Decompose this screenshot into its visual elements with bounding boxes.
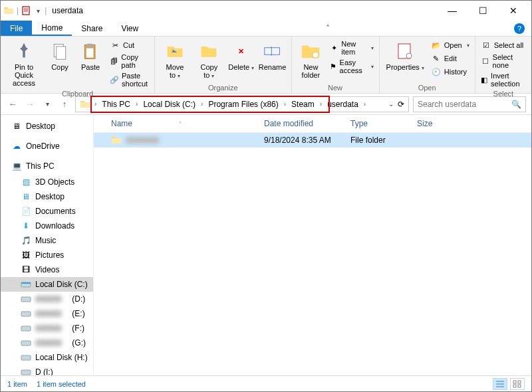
paste-shortcut-button[interactable]: 🔗Paste shortcut: [108, 71, 150, 88]
new-folder-button[interactable]: New folder: [296, 39, 327, 80]
svg-rect-20: [513, 381, 516, 383]
drive-icon: [21, 308, 31, 319]
sidebar-item-local-c[interactable]: Local Disk (C:): [1, 277, 93, 292]
svg-rect-22: [513, 385, 516, 387]
tab-file[interactable]: File: [1, 21, 32, 36]
select-all-button[interactable]: ☑Select all: [479, 39, 527, 51]
col-date[interactable]: Date modified: [259, 115, 345, 132]
maximize-button[interactable]: ☐: [467, 1, 498, 21]
svg-rect-2: [57, 47, 66, 59]
svg-rect-6: [264, 48, 279, 55]
svg-rect-13: [21, 297, 31, 302]
file-list[interactable]: Name˄ Date modified Type Size 9/18/2024 …: [94, 115, 531, 375]
chevron-right-icon[interactable]: ›: [200, 100, 204, 108]
chevron-right-icon[interactable]: ›: [134, 100, 139, 108]
select-none-button[interactable]: ☐Select none: [479, 52, 527, 70]
group-label-new: New: [296, 82, 375, 92]
tab-home[interactable]: Home: [32, 21, 72, 36]
col-name[interactable]: Name˄: [106, 115, 259, 132]
minimize-button[interactable]: —: [437, 1, 467, 21]
sidebar-item-drive-h[interactable]: Local Disk (H:): [1, 350, 93, 365]
cut-button[interactable]: ✂Cut: [108, 39, 150, 51]
col-type[interactable]: Type: [345, 115, 412, 132]
details-view-button[interactable]: [493, 378, 507, 390]
sidebar-item-desktop[interactable]: 🖥Desktop: [1, 119, 93, 134]
ribbon-collapse-icon[interactable]: ˄: [319, 21, 336, 36]
sidebar-item-3d-objects[interactable]: ▧3D Objects: [1, 175, 93, 189]
column-headers[interactable]: Name˄ Date modified Type Size: [94, 115, 531, 133]
group-label-open: Open: [384, 82, 471, 92]
chevron-right-icon[interactable]: ›: [362, 100, 367, 108]
sidebar-item-music[interactable]: 🎵Music: [1, 233, 93, 248]
help-button[interactable]: ?: [507, 21, 531, 36]
breadcrumb-seg[interactable]: Local Disk (C:): [140, 100, 198, 109]
cell-date: 9/18/2024 8:35 AM: [259, 136, 345, 145]
new-item-button[interactable]: ✦New item: [329, 39, 374, 56]
sidebar-item-desktop2[interactable]: 🖥Desktop: [1, 189, 93, 204]
sidebar-item-onedrive[interactable]: ☁OneDrive: [1, 139, 93, 153]
recent-locations-button[interactable]: ▾: [41, 96, 54, 112]
breadcrumb-seg[interactable]: Steam: [289, 100, 317, 109]
sidebar-item-this-pc[interactable]: 💻This PC: [1, 159, 93, 173]
sidebar-item-drive-e[interactable]: (E:): [1, 306, 93, 321]
refresh-button[interactable]: ⟳: [398, 100, 404, 109]
forward-button[interactable]: →: [23, 96, 37, 112]
open-button[interactable]: 📂Open: [430, 39, 471, 51]
breadcrumb-seg[interactable]: This PC: [99, 100, 133, 109]
move-to-button[interactable]: Move to: [159, 39, 191, 81]
properties-button[interactable]: Properties: [384, 39, 427, 73]
properties-icon[interactable]: [21, 5, 32, 16]
up-button[interactable]: ↑: [58, 96, 71, 112]
paste-button[interactable]: Paste: [76, 39, 104, 72]
file-row[interactable]: 9/18/2024 8:35 AM File folder: [94, 133, 531, 147]
downloads-icon: ⬇: [21, 221, 31, 231]
copy-button[interactable]: Copy: [46, 39, 74, 72]
sidebar-item-drive-g[interactable]: (G:): [1, 336, 93, 350]
copy-path-button[interactable]: 🗐Copy path: [108, 52, 150, 70]
tab-view[interactable]: View: [112, 21, 148, 36]
close-button[interactable]: ✕: [498, 1, 529, 21]
edit-button[interactable]: ✎Edit: [430, 52, 471, 64]
status-bar: 1 item 1 item selected: [1, 375, 531, 391]
svg-rect-23: [518, 385, 521, 387]
pin-to-quick-access-button[interactable]: Pin to Quick access: [5, 39, 43, 88]
sidebar-item-videos[interactable]: 🎞Videos: [1, 262, 93, 277]
open-icon: 📂: [431, 40, 442, 50]
history-button[interactable]: 🕘History: [430, 66, 471, 78]
easy-access-button[interactable]: ⚑Easy access: [329, 58, 374, 75]
svg-rect-4: [87, 44, 93, 47]
copy-to-button[interactable]: Copy to: [194, 39, 225, 81]
delete-button[interactable]: ✕ Delete: [227, 39, 255, 73]
sidebar-item-pictures[interactable]: 🖼Pictures: [1, 248, 93, 262]
new-item-icon: ✦: [330, 43, 338, 53]
sidebar-item-drive-d[interactable]: (D:): [1, 292, 93, 306]
search-input[interactable]: Search userdata 🔍: [413, 96, 526, 112]
sidebar-item-drive-i[interactable]: D (I:): [1, 365, 93, 375]
chevron-right-icon[interactable]: ›: [283, 100, 287, 108]
search-placeholder: Search userdata: [418, 100, 476, 109]
icons-view-button[interactable]: [510, 378, 525, 390]
delete-x-icon: ✕: [238, 47, 244, 55]
address-bar[interactable]: › This PC › Local Disk (C:) › Program Fi…: [75, 96, 409, 112]
drive-icon: [21, 352, 31, 363]
sidebar-item-documents[interactable]: 📄Documents: [1, 204, 93, 219]
qat-sep: |: [17, 6, 19, 15]
rename-button[interactable]: Rename: [258, 39, 287, 72]
address-dropdown-icon[interactable]: ⌄: [388, 100, 394, 108]
breadcrumb-seg[interactable]: Program Files (x86): [205, 100, 281, 109]
col-size[interactable]: Size: [412, 115, 465, 132]
invert-selection-button[interactable]: ◧Invert selection: [479, 71, 527, 88]
breadcrumb-seg[interactable]: userdata: [325, 100, 361, 109]
tab-share[interactable]: Share: [72, 21, 112, 36]
location-folder-icon: [80, 99, 90, 110]
navigation-pane[interactable]: 🖥Desktop ☁OneDrive 💻This PC ▧3D Objects …: [1, 115, 94, 375]
history-icon: 🕘: [431, 66, 442, 77]
group-label-organize: Organize: [159, 82, 287, 92]
back-button[interactable]: ←: [6, 96, 19, 112]
chevron-right-icon[interactable]: ›: [319, 100, 323, 108]
chevron-right-icon[interactable]: ›: [93, 100, 98, 108]
qat-dropdown-icon[interactable]: ▾: [35, 7, 42, 15]
svg-point-10: [406, 53, 412, 58]
sidebar-item-downloads[interactable]: ⬇Downloads: [1, 219, 93, 233]
sidebar-item-drive-f[interactable]: (F:): [1, 321, 93, 336]
